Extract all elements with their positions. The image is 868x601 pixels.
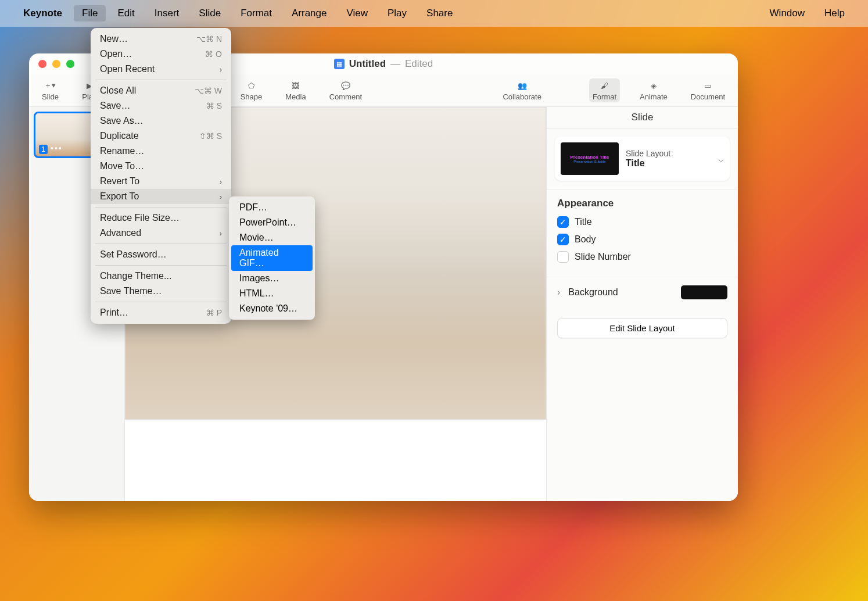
close-button[interactable] <box>38 60 46 68</box>
slide-number: 1 <box>39 145 48 154</box>
checkbox-body[interactable]: ✓ Body <box>557 234 727 245</box>
menubar-share[interactable]: Share <box>418 5 461 22</box>
checkbox-icon[interactable]: ✓ <box>557 234 569 245</box>
menu-export-to[interactable]: Export To› <box>91 189 231 204</box>
chevron-right-icon: › <box>220 65 222 74</box>
menu-separator <box>95 265 227 266</box>
canvas-margin <box>125 420 546 501</box>
traffic-lights <box>38 60 74 68</box>
document-icon: ▦ <box>334 59 345 69</box>
background-row[interactable]: › Background <box>557 285 727 299</box>
layout-value: Title <box>626 158 711 169</box>
menu-duplicate[interactable]: Duplicate⇧⌘ S <box>91 128 231 144</box>
checkbox-title[interactable]: ✓ Title <box>557 216 727 228</box>
menubar-arrange[interactable]: Arrange <box>284 5 335 22</box>
tool-animate[interactable]: ◈ Animate <box>636 78 671 102</box>
menu-move-to[interactable]: Move To… <box>91 159 231 174</box>
slide-dots-icon: ••• <box>51 144 63 153</box>
comment-icon: 💬 <box>338 80 353 91</box>
export-pdf[interactable]: PDF… <box>231 200 313 215</box>
menu-print[interactable]: Print…⌘ P <box>91 305 231 320</box>
edit-slide-layout-button[interactable]: Edit Slide Layout <box>557 318 727 338</box>
media-icon: 🖼 <box>288 80 303 91</box>
shape-icon: ⬠ <box>243 80 259 91</box>
menu-separator <box>95 244 227 244</box>
window-status: Edited <box>405 58 433 70</box>
chevron-down-icon: ⌵ <box>718 153 724 164</box>
collaborate-icon: 👥 <box>515 80 530 91</box>
inspector-panel: Slide Presentation Title Presentation Su… <box>546 107 738 501</box>
menu-close-all[interactable]: Close All⌥⌘ W <box>91 83 231 98</box>
export-keynote09[interactable]: Keynote '09… <box>231 301 313 316</box>
tool-document[interactable]: ▭ Document <box>687 78 729 102</box>
slide-layout-chooser[interactable]: Presentation Title Presentation Subtitle… <box>555 137 730 181</box>
tool-comment[interactable]: 💬 Comment <box>326 78 365 102</box>
layout-thumbnail: Presentation Title Presentation Subtitle <box>561 142 619 175</box>
menu-open[interactable]: Open…⌘ O <box>91 46 231 62</box>
tool-format[interactable]: 🖌 Format <box>589 78 620 102</box>
tool-add-slide[interactable]: ＋▾ Slide <box>38 78 62 102</box>
maximize-button[interactable] <box>66 60 74 68</box>
title-separator: — <box>390 58 400 70</box>
menu-separator <box>95 207 227 208</box>
menu-save-theme[interactable]: Save Theme… <box>91 284 231 299</box>
format-icon: 🖌 <box>597 80 612 91</box>
menu-reduce-file-size[interactable]: Reduce File Size… <box>91 210 231 226</box>
export-animated-gif[interactable]: Animated GIF… <box>231 245 313 271</box>
export-powerpoint[interactable]: PowerPoint… <box>231 215 313 230</box>
checkbox-icon[interactable] <box>557 251 569 263</box>
file-dropdown-menu: New…⌥⌘ N Open…⌘ O Open Recent› Close All… <box>91 28 231 324</box>
menu-separator <box>95 302 227 302</box>
minimize-button[interactable] <box>52 60 60 68</box>
menu-revert-to[interactable]: Revert To› <box>91 174 231 189</box>
menubar-insert[interactable]: Insert <box>146 5 188 22</box>
menu-save-as[interactable]: Save As… <box>91 113 231 128</box>
menu-save[interactable]: Save…⌘ S <box>91 98 231 113</box>
checkbox-icon[interactable]: ✓ <box>557 216 569 228</box>
appearance-title: Appearance <box>557 198 727 209</box>
app-name[interactable]: Keynote <box>23 8 62 19</box>
window-title[interactable]: Untitled <box>349 58 386 70</box>
export-images[interactable]: Images… <box>231 271 313 286</box>
export-movie[interactable]: Movie… <box>231 230 313 245</box>
background-color-swatch[interactable] <box>681 285 727 299</box>
menubar-window[interactable]: Window <box>762 5 813 22</box>
export-to-submenu: PDF… PowerPoint… Movie… Animated GIF… Im… <box>229 196 315 320</box>
menu-separator <box>95 80 227 80</box>
menu-rename[interactable]: Rename… <box>91 144 231 159</box>
tool-shape[interactable]: ⬠ Shape <box>237 78 266 102</box>
menubar-help[interactable]: Help <box>816 5 853 22</box>
chevron-right-icon: › <box>557 287 560 298</box>
menubar-edit[interactable]: Edit <box>109 5 142 22</box>
menubar-format[interactable]: Format <box>232 5 280 22</box>
menu-new[interactable]: New…⌥⌘ N <box>91 31 231 46</box>
macos-menubar: Keynote File Edit Insert Slide Format Ar… <box>0 0 868 27</box>
menu-set-password[interactable]: Set Password… <box>91 247 231 262</box>
chevron-right-icon: › <box>220 192 222 201</box>
tool-label: Slide <box>42 92 59 101</box>
layout-label: Slide Layout <box>626 149 711 158</box>
menu-advanced[interactable]: Advanced› <box>91 226 231 241</box>
plus-icon: ＋▾ <box>42 80 58 91</box>
menu-change-theme[interactable]: Change Theme... <box>91 269 231 284</box>
animate-icon: ◈ <box>646 80 661 91</box>
checkbox-slide-number[interactable]: Slide Number <box>557 251 727 263</box>
menubar-view[interactable]: View <box>338 5 376 22</box>
inspector-tab-slide[interactable]: Slide <box>547 107 738 128</box>
menu-open-recent[interactable]: Open Recent› <box>91 62 231 77</box>
chevron-right-icon: › <box>220 177 222 186</box>
export-html[interactable]: HTML… <box>231 286 313 301</box>
tool-media[interactable]: 🖼 Media <box>282 78 309 102</box>
document-tool-icon: ▭ <box>700 80 715 91</box>
tool-collaborate[interactable]: 👥 Collaborate <box>499 78 545 102</box>
menubar-slide[interactable]: Slide <box>191 5 229 22</box>
menubar-play[interactable]: Play <box>379 5 415 22</box>
chevron-right-icon: › <box>220 229 222 238</box>
menubar-file[interactable]: File <box>74 5 106 22</box>
